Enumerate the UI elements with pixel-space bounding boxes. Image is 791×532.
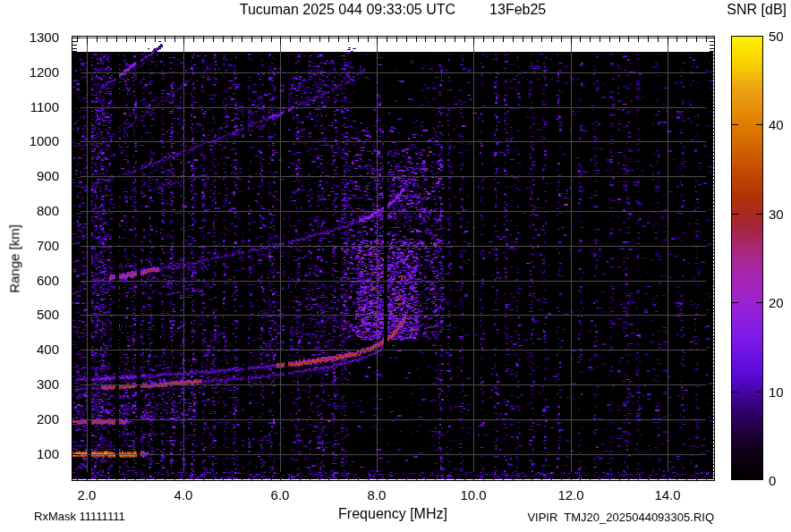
- y-tick-label: 1000: [20, 133, 59, 148]
- colorbar-tick-label: 40: [769, 117, 791, 132]
- colorbar-tick-label: 50: [769, 29, 791, 44]
- y-tick-label: 900: [20, 168, 59, 183]
- y-tick-label: 200: [20, 411, 59, 426]
- ionogram-heatmap-canvas: [0, 0, 791, 532]
- colorbar-tick-label: 10: [769, 384, 791, 400]
- chart-title-row: Tucuman 2025 044 09:33:05 UTC 13Feb25: [72, 2, 714, 18]
- y-axis-title: Range [km]: [7, 206, 22, 313]
- ionogram-figure: Tucuman 2025 044 09:33:05 UTC 13Feb25 SN…: [0, 0, 791, 532]
- y-tick-label: 400: [20, 342, 59, 357]
- chart-title: Tucuman 2025 044 09:33:05 UTC: [240, 2, 455, 18]
- y-tick-label: 800: [20, 203, 59, 218]
- rx-mask-label: RxMask 11111111: [34, 510, 125, 523]
- x-tick-label: 10.0: [447, 487, 500, 502]
- chart-date-label: 13Feb25: [489, 2, 546, 18]
- y-tick-label: 1100: [20, 99, 59, 114]
- y-tick-label: 500: [20, 307, 59, 322]
- colorbar-title: SNR [dB]: [727, 2, 787, 18]
- x-tick-label: 2.0: [60, 487, 114, 502]
- x-tick-label: 6.0: [253, 487, 307, 502]
- y-tick-label: 700: [20, 238, 59, 253]
- colorbar-tick-label: 30: [769, 207, 791, 222]
- y-tick-label: 600: [20, 273, 59, 288]
- x-tick-label: 8.0: [350, 487, 404, 502]
- colorbar-tick-label: 20: [769, 295, 791, 310]
- y-tick-label: 100: [20, 446, 59, 461]
- x-tick-label: 12.0: [544, 487, 598, 502]
- y-tick-label: 1200: [20, 64, 59, 80]
- colorbar-tick-label: 0: [769, 473, 791, 488]
- x-tick-label: 14.0: [641, 487, 694, 502]
- y-tick-label: 300: [20, 376, 59, 392]
- y-tick-label: 1300: [20, 30, 59, 45]
- x-tick-label: 4.0: [157, 487, 210, 502]
- data-file-label: VIPIR TMJ20_2025044093305.RIQ: [527, 511, 714, 524]
